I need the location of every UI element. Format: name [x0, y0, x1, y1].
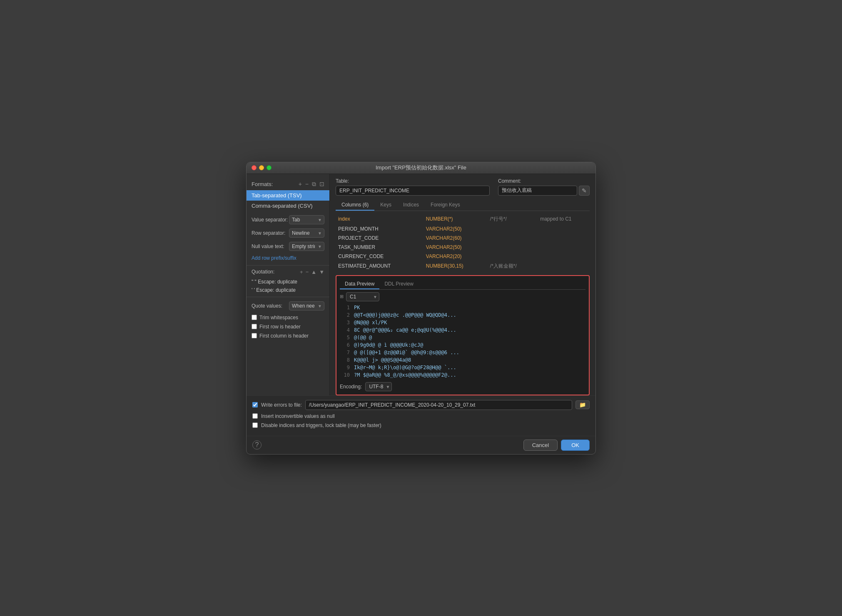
tab-foreign-keys[interactable]: Foreign Keys [425, 200, 466, 211]
paste-format-icon[interactable]: ⊡ [319, 181, 324, 188]
row-number: 5 [340, 335, 350, 340]
help-button[interactable]: ? [252, 440, 262, 450]
col-comment-index: /*行号*/ [488, 214, 532, 224]
write-errors-checkbox[interactable] [252, 402, 258, 407]
minimize-button[interactable] [259, 165, 264, 170]
preview-tab-data[interactable]: Data Preview [340, 279, 379, 289]
add-format-icon[interactable]: + [299, 181, 302, 188]
table-row: ESTIMATED_AMOUNT NUMBER(30,15) /*入账金额*/ [336, 261, 589, 271]
row-number: 1 [340, 305, 350, 310]
data-preview-overlay: Data Preview DDL Preview ⊞ C1 ▼ 1 P [336, 275, 590, 395]
col-name-currency: CURRENCY_CODE [336, 252, 418, 261]
col-type-index: NUMBER(*) [424, 214, 483, 224]
list-item: 9 Ik@r~M@ k;R}\o@)@G@?o@F28@H@@ `... [340, 364, 585, 371]
insert-inconvertible-label[interactable]: Insert inconvertible values as null [261, 413, 335, 419]
quote-values-label: Quote values: [252, 303, 289, 309]
traffic-lights [252, 165, 272, 170]
col-type-period: VARCHAR2(50) [424, 225, 483, 233]
ok-button[interactable]: OK [561, 440, 590, 451]
value-separator-row: Value separator: Tab ▼ [252, 215, 324, 224]
col-name-estimated: ESTIMATED_AMOUNT [336, 261, 418, 271]
format-csv[interactable]: Comma-separated (CSV) [247, 201, 329, 211]
move-down-quotation-icon[interactable]: ▼ [319, 269, 324, 275]
table-grid-icon: ⊞ [340, 294, 344, 299]
trim-whitespaces-row: Trim whitespaces [252, 315, 324, 320]
disable-indices-row: Disable indices and triggers, lock table… [252, 422, 590, 428]
tab-keys[interactable]: Keys [374, 200, 397, 211]
value-separator-select[interactable]: Tab [289, 215, 324, 224]
value-separator-select-wrapper: Tab ▼ [289, 215, 324, 224]
preview-tab-ddl[interactable]: DDL Preview [379, 279, 419, 289]
comment-edit-button[interactable]: ✎ [579, 186, 590, 196]
add-quotation-icon[interactable]: + [300, 269, 303, 275]
col-name-index: index [336, 214, 418, 224]
disable-indices-checkbox[interactable] [252, 422, 258, 428]
first-col-header-row: First column is header [252, 333, 324, 339]
right-panel: Table: Comment: ✎ Columns (6) Keys Indic… [330, 174, 595, 395]
comment-input[interactable] [498, 186, 577, 196]
preview-col-select: ⊞ C1 ▼ [340, 292, 585, 301]
col-mapped-index: mapped to C1 [538, 214, 589, 224]
col-type-project: VARCHAR2(60) [424, 234, 483, 242]
quotation-single-quote: ' ' Escape: duplicate [247, 286, 329, 294]
first-row-header-label[interactable]: First row is header [259, 324, 301, 330]
quotation-label: Quotation: [252, 269, 274, 275]
first-row-header-row: First row is header [252, 324, 324, 330]
encoding-select[interactable]: UTF-8 [365, 382, 392, 391]
file-browse-button[interactable]: 📁 [575, 400, 590, 409]
columns-table: index NUMBER(*) /*行号*/ mapped to C1 PERI… [336, 214, 590, 272]
quote-values-select[interactable]: When needed [289, 301, 324, 310]
disable-indices-label[interactable]: Disable indices and triggers, lock table… [261, 422, 381, 428]
right-top: Table: Comment: ✎ [336, 178, 590, 196]
insert-inconvertible-checkbox[interactable] [252, 413, 258, 419]
first-row-header-checkbox[interactable] [252, 324, 257, 329]
tab-indices[interactable]: Indices [397, 200, 425, 211]
left-panel: Formats: + − ⧉ ⊡ Tab-separated (TSV) Com… [247, 174, 330, 395]
table-section: Table: [336, 178, 490, 196]
null-value-row: Null value text: Empty string ▼ [252, 242, 324, 251]
remove-format-icon[interactable]: − [305, 181, 309, 188]
formats-section-header: Formats: + − ⧉ ⊡ [247, 179, 329, 190]
write-errors-label[interactable]: Write errors to file: [261, 402, 302, 408]
table-name-input[interactable] [336, 186, 490, 196]
add-row-prefix-link[interactable]: Add row prefix/suffix [252, 255, 324, 265]
row-separator-row: Row separator: Newline ▼ [252, 229, 324, 238]
list-item: 1 PK [340, 304, 585, 311]
maximize-button[interactable] [267, 165, 272, 170]
copy-format-icon[interactable]: ⧉ [312, 181, 316, 188]
tab-columns[interactable]: Columns (6) [336, 200, 374, 211]
quotation-header: Quotation: + − ▲ ▼ [247, 269, 329, 278]
comment-section: Comment: ✎ [498, 178, 590, 196]
row-number: 8 [340, 357, 350, 363]
cancel-button[interactable]: Cancel [523, 440, 558, 451]
table-row: CURRENCY_CODE VARCHAR2(20) [336, 252, 589, 261]
table-row: index NUMBER(*) /*行号*/ mapped to C1 [336, 214, 589, 224]
trim-whitespaces-label[interactable]: Trim whitespaces [259, 315, 298, 320]
row-number: 7 [340, 350, 350, 355]
col-comment-estimated: /*入账金额*/ [488, 261, 532, 271]
quotation-section: Quotation: + − ▲ ▼ " " Escape: duplicate… [247, 265, 329, 294]
format-tsv[interactable]: Tab-separated (TSV) [247, 190, 329, 201]
quote-values-section: Quote values: When needed ▼ Trim whitesp… [247, 297, 329, 339]
titlebar: Import "ERP预估初始化数据.xlsx" File [247, 162, 595, 174]
first-col-header-label[interactable]: First column is header [259, 333, 309, 339]
row-content: @@T<@@@)j@@@z@c .@@P@@@ WQ@QD@4... [354, 312, 456, 318]
preview-rows: 1 PK 2 @@T<@@@)j@@@z@c .@@P@@@ WQ@QD@4..… [340, 304, 585, 379]
row-separator-select[interactable]: Newline [289, 229, 324, 238]
first-col-header-checkbox[interactable] [252, 333, 257, 338]
remove-quotation-icon[interactable]: − [306, 269, 309, 275]
comment-input-wrap: ✎ [498, 186, 590, 196]
preview-column-select[interactable]: C1 [346, 292, 379, 301]
move-up-quotation-icon[interactable]: ▲ [311, 269, 316, 275]
null-value-select[interactable]: Empty string [289, 242, 324, 251]
write-errors-path-input[interactable] [305, 400, 572, 410]
close-button[interactable] [252, 165, 257, 170]
encoding-row: Encoding: UTF-8 ▼ [340, 382, 585, 391]
trim-whitespaces-checkbox[interactable] [252, 315, 257, 320]
row-content: Ik@r~M@ k;R}\o@)@G@?o@F28@H@@ `... [354, 365, 456, 370]
write-errors-row: Write errors to file: 📁 [252, 400, 590, 410]
quotation-actions: + − ▲ ▼ [300, 269, 324, 275]
window-title: Import "ERP预估初始化数据.xlsx" File [376, 164, 466, 171]
col-name-project: PROJECT_CODE [336, 234, 418, 242]
null-value-select-wrapper: Empty string ▼ [289, 242, 324, 251]
